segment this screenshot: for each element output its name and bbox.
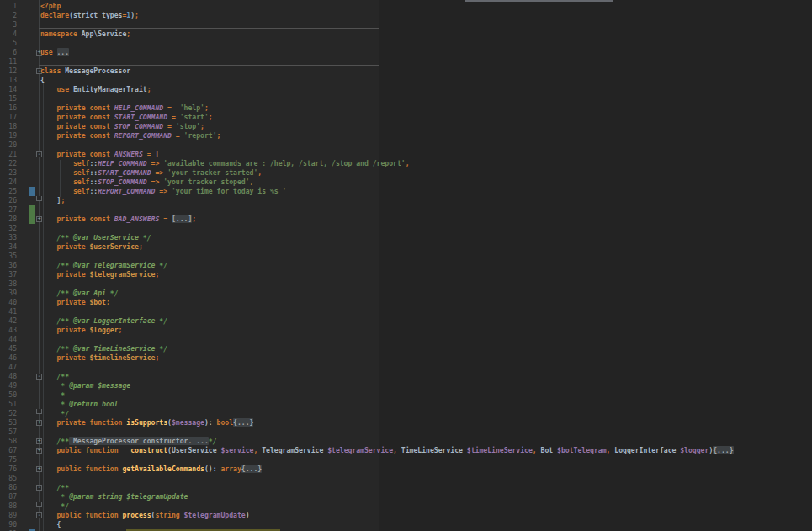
line-number[interactable]: 42	[0, 316, 17, 326]
line-number[interactable]: 37	[0, 270, 17, 279]
folded-region[interactable]: [...]	[172, 215, 192, 223]
line-number[interactable]: 18	[0, 122, 17, 131]
code-line[interactable]: 34 private $userService;	[0, 242, 812, 252]
code-line[interactable]: 47	[0, 363, 812, 372]
line-number[interactable]: 89	[0, 511, 17, 520]
code-line[interactable]: 50 *	[0, 390, 812, 400]
line-number[interactable]: 4	[0, 29, 17, 39]
code-line[interactable]: 45 /** @var TimeLineService */	[0, 344, 812, 353]
line-number[interactable]: 52	[0, 409, 17, 418]
line-number[interactable]: 14	[0, 85, 17, 94]
line-number[interactable]: 19	[0, 131, 17, 141]
code-line[interactable]: 1<?php	[0, 2, 812, 11]
line-number[interactable]: 24	[0, 178, 17, 187]
line-number[interactable]: 45	[0, 344, 17, 353]
change-marker[interactable]	[29, 187, 35, 196]
line-number[interactable]: 35	[0, 252, 17, 261]
code-line[interactable]: 86- /**	[0, 483, 812, 492]
line-number[interactable]: 17	[0, 113, 17, 122]
line-number[interactable]: 53	[0, 418, 17, 427]
code-line[interactable]: 51 * @return bool	[0, 400, 812, 409]
code-line[interactable]: 53+ private function isSupports($message…	[0, 418, 812, 427]
line-number[interactable]: 23	[0, 168, 17, 178]
folded-region[interactable]: {...}	[233, 418, 253, 427]
line-number[interactable]: 22	[0, 159, 17, 168]
line-number[interactable]: 41	[0, 307, 17, 316]
code-line[interactable]: 33 /** @var UserService */	[0, 233, 812, 242]
code-line[interactable]: 85	[0, 474, 812, 483]
code-line[interactable]: 12-class MessageProcessor	[0, 66, 812, 76]
line-number[interactable]: 87	[0, 492, 17, 502]
line-number[interactable]: 20	[0, 141, 17, 150]
line-number[interactable]: 13	[0, 76, 17, 85]
folded-region[interactable]: ...	[57, 48, 70, 56]
line-number[interactable]: 11	[0, 57, 17, 66]
line-number[interactable]: 44	[0, 335, 17, 344]
line-number[interactable]: 1	[0, 2, 17, 11]
line-number[interactable]: 15	[0, 94, 17, 104]
code-line[interactable]: 40 private $bot;	[0, 298, 812, 307]
code-line[interactable]: 44	[0, 335, 812, 344]
code-line[interactable]: 90 {	[0, 520, 812, 529]
line-number[interactable]: 12	[0, 66, 17, 76]
line-number[interactable]: 32	[0, 224, 17, 233]
code-line[interactable]: 43 private $logger;	[0, 326, 812, 335]
line-number[interactable]: 38	[0, 279, 17, 289]
code-line[interactable]: 4namespace App\Service;	[0, 29, 812, 39]
line-number[interactable]: 39	[0, 289, 17, 298]
line-number[interactable]: 33	[0, 233, 17, 242]
code-line[interactable]: 36 /** @var TelegramService */	[0, 261, 812, 270]
line-number[interactable]: 27	[0, 205, 17, 215]
line-number[interactable]: 28	[0, 215, 17, 224]
code-line[interactable]: 20	[0, 141, 812, 150]
code-line[interactable]: 37 private $telegramService;	[0, 270, 812, 279]
code-line[interactable]: 39 /** @var Api */	[0, 289, 812, 298]
line-number[interactable]: 3	[0, 20, 17, 29]
line-number[interactable]: 75	[0, 455, 17, 465]
code-line[interactable]: 52 */	[0, 409, 812, 418]
code-line[interactable]: 35	[0, 252, 812, 261]
code-line[interactable]: 18 private const STOP_COMMAND = 'stop';	[0, 122, 812, 131]
code-line[interactable]: 46 private $timelineService;	[0, 353, 812, 363]
change-marker[interactable]	[29, 215, 35, 224]
line-number[interactable]: 50	[0, 390, 17, 400]
code-line[interactable]: 89- public function process(string $tele…	[0, 511, 812, 520]
line-number[interactable]: 16	[0, 104, 17, 113]
line-number[interactable]: 57	[0, 427, 17, 437]
code-line[interactable]: 42 /** @var LoggerInterface */	[0, 316, 812, 326]
code-line[interactable]: 49 * @param $message	[0, 381, 812, 390]
code-line[interactable]: 48- /**	[0, 372, 812, 381]
code-line[interactable]: 58+ /** MessageProcessor constructor. ..…	[0, 437, 812, 446]
line-number[interactable]: 51	[0, 400, 17, 409]
line-number[interactable]: 6	[0, 48, 17, 57]
line-number[interactable]: 88	[0, 502, 17, 511]
line-number[interactable]: 76	[0, 465, 17, 474]
line-number[interactable]: 85	[0, 474, 17, 483]
code-line[interactable]: 22 self::HELP_COMMAND => 'available comm…	[0, 159, 812, 168]
line-number[interactable]: 86	[0, 483, 17, 492]
code-line[interactable]: 88 */	[0, 502, 812, 511]
code-line[interactable]: 25 self::REPORT_COMMAND => 'your time fo…	[0, 187, 812, 196]
line-number[interactable]: 47	[0, 363, 17, 372]
line-number[interactable]: 21	[0, 150, 17, 159]
code-line[interactable]: 76+ public function getAvailableCommands…	[0, 465, 812, 474]
code-line[interactable]: 14 use EntityManagerTrait;	[0, 85, 812, 94]
line-number[interactable]: 43	[0, 326, 17, 335]
line-number[interactable]: 90	[0, 520, 17, 529]
line-number[interactable]: 40	[0, 298, 17, 307]
line-number[interactable]: 25	[0, 187, 17, 196]
code-line[interactable]: 16 private const HELP_COMMAND = 'help';	[0, 104, 812, 113]
line-number[interactable]: 5	[0, 39, 17, 48]
code-line[interactable]: 28+ private const BAD_ANSWERS = [...];	[0, 215, 812, 224]
line-number[interactable]: 49	[0, 381, 17, 390]
folded-region[interactable]: {...}	[241, 465, 262, 473]
code-line[interactable]: 19 private const REPORT_COMMAND = 'repor…	[0, 131, 812, 141]
code-line[interactable]: 23 self::START_COMMAND => 'your tracker …	[0, 168, 812, 178]
line-number[interactable]: 46	[0, 353, 17, 363]
code-line[interactable]: 32	[0, 224, 812, 233]
line-number[interactable]: 48	[0, 372, 17, 381]
line-number[interactable]: 67	[0, 446, 17, 455]
code-line[interactable]: 38	[0, 279, 812, 289]
code-line[interactable]: 26 ];	[0, 196, 812, 205]
line-number[interactable]: 26	[0, 196, 17, 205]
